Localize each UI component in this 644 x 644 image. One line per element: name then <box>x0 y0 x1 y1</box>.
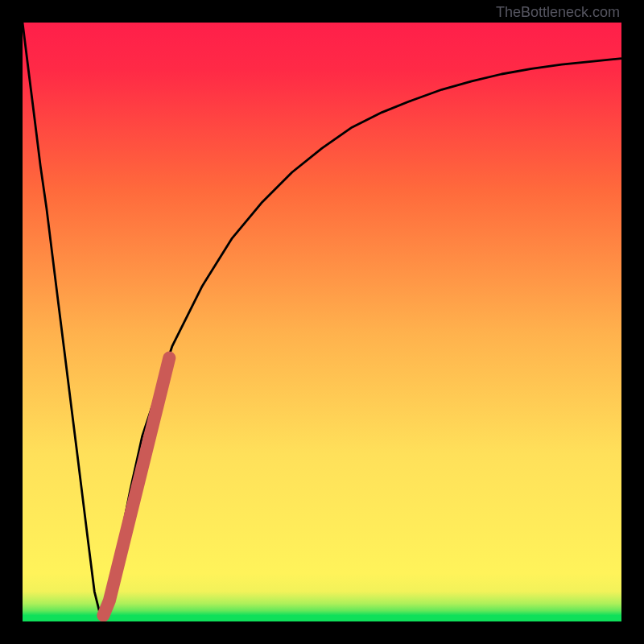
plot-area <box>23 23 621 621</box>
chart-frame: TheBottleneck.com <box>0 0 644 644</box>
watermark-text: TheBottleneck.com <box>496 5 620 19</box>
gradient-background <box>23 23 621 621</box>
plot-svg <box>23 23 621 621</box>
